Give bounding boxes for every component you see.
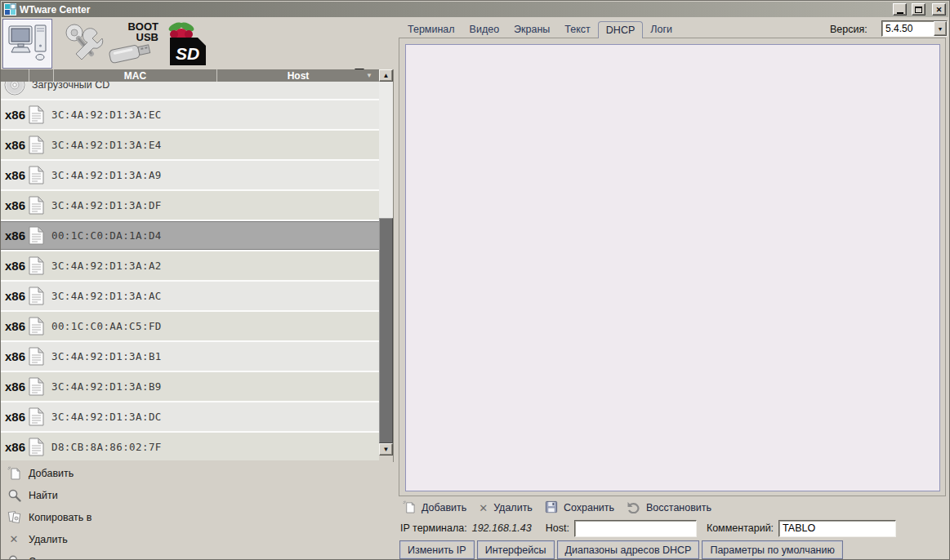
maximize-icon (915, 7, 922, 13)
dhcp-delete-button[interactable]: ✕ Удалить (479, 502, 533, 513)
scroll-up-button[interactable]: ▲ (379, 69, 393, 82)
host-input[interactable] (574, 520, 697, 537)
terminal-mac: 3C:4A:92:D1:3A:E4 (51, 139, 162, 151)
terminal-row[interactable]: x86 3C:4A:92:D1:3A:DF (1, 191, 379, 220)
triangle-up-icon: ▲ (383, 73, 390, 79)
column-mac[interactable]: MAC (54, 69, 217, 82)
hide-icon (7, 554, 21, 560)
column-icon[interactable] (29, 69, 54, 82)
terminal-mac: 3C:4A:92:D1:3A:A2 (51, 260, 162, 272)
undo-arrow-icon (627, 500, 640, 516)
document-icon (29, 226, 51, 245)
terminal-row[interactable]: x86 3C:4A:92:D1:3A:B9 (1, 372, 379, 401)
copy-terminal-label: Копировать в (29, 512, 91, 523)
maximize-button[interactable] (912, 3, 925, 16)
tab-dhcp[interactable]: DHCP (598, 21, 643, 38)
terminal-mac: 3C:4A:92:D1:3A:B9 (51, 380, 162, 393)
column-type[interactable] (1, 69, 29, 82)
dhcp-save-button[interactable]: Сохранить (545, 500, 614, 516)
change-ip-button[interactable]: Изменить IP (399, 540, 475, 559)
main-toolbar: BOOT USB (1, 17, 394, 69)
terminal-mac: 3C:4A:92:D1:3A:EC (51, 109, 162, 121)
add-terminal-label: Добавить (29, 468, 74, 479)
copy-terminal-action[interactable]: Копировать в (1, 506, 393, 528)
terminal-type-label: x86 (1, 410, 29, 424)
dhcp-delete-label: Удалить (493, 502, 533, 513)
column-host[interactable]: Host ▼ (217, 69, 379, 82)
document-icon (29, 377, 51, 396)
tab-terminal[interactable]: Терминал (400, 21, 462, 38)
dhcp-ranges-area[interactable] (405, 44, 940, 491)
terminal-row[interactable]: x86 3C:4A:92:D1:3A:E4 (1, 131, 379, 159)
new-document-icon (7, 466, 21, 480)
host-filter-icon[interactable]: ▼ (366, 72, 372, 79)
terminals-tool-button[interactable] (2, 19, 52, 69)
scroll-down-button[interactable]: ▼ (379, 443, 393, 456)
boot-cd-row[interactable]: Загрузочный CD (1, 82, 379, 99)
document-icon (29, 347, 51, 366)
version-dropdown-button[interactable]: ▼ (934, 21, 947, 36)
sd-text: SD (176, 44, 199, 63)
minimize-button[interactable] (893, 3, 907, 16)
tab-text[interactable]: Текст (557, 21, 597, 38)
boot-usb-text-line2: USB (136, 31, 158, 43)
dhcp-ranges-button[interactable]: Диапазоны адресов DHCP (557, 540, 700, 559)
search-icon (7, 488, 21, 502)
terminal-type-label: x86 (1, 349, 29, 363)
terminal-rows: x86 3C:4A:92:D1:3A:EC x86 (1, 100, 379, 460)
configurator-tool-button[interactable] (60, 21, 105, 67)
terminal-type-label: x86 (1, 380, 29, 393)
default-params-button[interactable]: Параметры по умолчанию (702, 540, 842, 559)
window-title: WTware Center (20, 4, 888, 16)
find-terminal-action[interactable]: Найти (1, 484, 393, 506)
boot-cd-label: Загрузочный CD (32, 82, 109, 91)
triangle-down-icon: ▼ (383, 447, 390, 453)
delete-terminal-action[interactable]: ✕ Удалить (1, 528, 393, 550)
comment-field-label: Комментарий: (707, 522, 774, 534)
terminal-actions: Добавить Найти Копировать в ✕ (1, 462, 393, 560)
dhcp-restore-label: Восстановить (646, 502, 711, 513)
terminal-row[interactable]: x86 00:1C:C0:AA:C5:FD (1, 312, 379, 340)
comment-input[interactable] (778, 520, 896, 537)
terminal-mac: 3C:4A:92:D1:3A:AC (51, 290, 162, 302)
raspberry-sd-tool-button[interactable]: SD (162, 21, 209, 67)
terminal-row[interactable]: x86 3C:4A:92:D1:3A:A9 (1, 161, 379, 189)
minimize-icon (897, 12, 903, 14)
terminal-row[interactable]: x86 3C:4A:92:D1:3A:EC (1, 100, 379, 129)
terminal-row[interactable]: x86 3C:4A:92:D1:3A:AC (1, 282, 379, 310)
terminal-mac: D8:CB:8A:86:02:7F (51, 441, 162, 453)
tab-screens[interactable]: Экраны (506, 21, 557, 38)
tab-logs[interactable]: Логи (643, 21, 680, 38)
document-icon (29, 136, 51, 154)
list-scrollbar[interactable]: ▲ ▼ (379, 69, 393, 456)
document-icon (29, 438, 51, 456)
version-select[interactable]: 5.4.50 ▼ (881, 20, 948, 37)
find-terminal-label: Найти (29, 490, 58, 501)
version-value: 5.4.50 (882, 21, 934, 36)
terminal-type-label: x86 (1, 229, 29, 242)
host-field-label: Host: (546, 522, 569, 534)
hide-terminal-label: Скрыть (29, 556, 64, 560)
tab-video[interactable]: Видео (462, 21, 507, 38)
raspberry-sd-icon: SD (162, 20, 209, 69)
terminal-ip-value: 192.168.1.43 (472, 522, 532, 534)
terminal-mac: 00:1C:C0:AA:C5:FD (51, 320, 162, 332)
close-icon: ✕ (936, 6, 943, 14)
add-terminal-action[interactable]: Добавить (1, 462, 393, 484)
dhcp-restore-button[interactable]: Восстановить (627, 500, 711, 516)
terminal-row[interactable]: x86 D8:CB:8A:86:02:7F (1, 433, 379, 460)
boot-usb-tool-button[interactable]: BOOT USB (108, 20, 160, 68)
terminal-row[interactable]: x86 3C:4A:92:D1:3A:A2 (1, 251, 379, 280)
terminal-row[interactable]: x86 00:1C:C0:DA:1A:D4 (1, 221, 379, 250)
dhcp-add-button[interactable]: Добавить (403, 500, 466, 516)
computer-icon (8, 24, 47, 64)
hide-terminal-action[interactable]: Скрыть (1, 550, 393, 560)
interfaces-button[interactable]: Интерфейсы (477, 540, 555, 559)
scrollbar-thumb[interactable] (379, 218, 393, 443)
terminal-row[interactable]: x86 3C:4A:92:D1:3A:B1 (1, 342, 379, 371)
document-icon (29, 105, 51, 124)
list-right-edge (393, 69, 394, 462)
version-label: Версия: (830, 24, 867, 35)
close-button[interactable]: ✕ (932, 3, 946, 16)
terminal-row[interactable]: x86 3C:4A:92:D1:3A:DC (1, 402, 379, 431)
